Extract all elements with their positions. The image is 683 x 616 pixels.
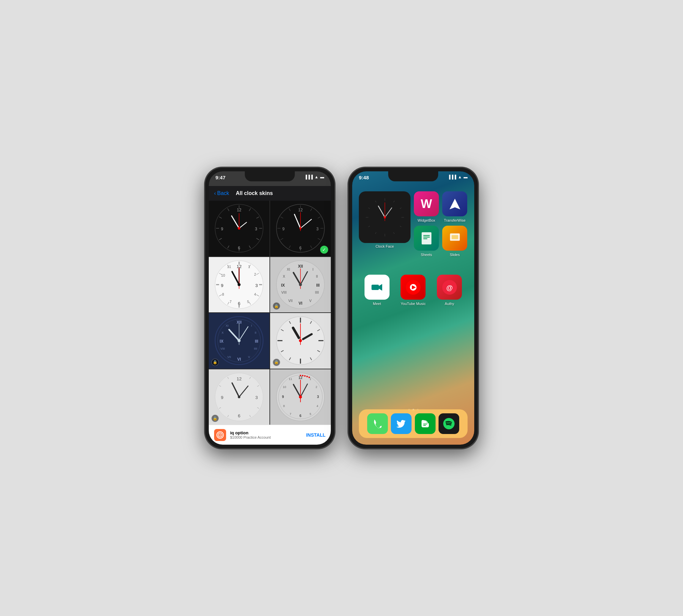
svg-point-87	[299, 283, 302, 286]
app-header: ‹ Back All clock skins	[209, 186, 331, 201]
svg-text:IIII: IIII	[254, 347, 257, 350]
ad-subtitle: $10000 Practice Account	[230, 435, 302, 439]
svg-marker-182	[450, 199, 460, 209]
clock-svg-1: 12 3 6 9	[212, 203, 266, 253]
svg-text:3: 3	[255, 227, 257, 231]
right-apps: W WidgetBox TransferWise	[414, 191, 467, 257]
svg-text:I: I	[313, 268, 314, 271]
svg-text:9: 9	[221, 283, 223, 288]
authy-icon: @	[437, 275, 462, 300]
signal-icon: ▐▐▐	[304, 175, 313, 179]
svg-text:VII: VII	[289, 299, 293, 303]
app-slides[interactable]: Slides	[442, 226, 467, 257]
dock-spotify-icon[interactable]	[439, 413, 459, 434]
app-widgetbox[interactable]: W WidgetBox	[414, 191, 439, 222]
svg-text:6: 6	[299, 414, 301, 418]
svg-text:XI: XI	[226, 324, 229, 327]
iq-option-icon	[216, 431, 224, 439]
clocks-grid: 12 3 6 9	[209, 201, 331, 425]
transferwise-icon	[442, 191, 467, 216]
svg-text:11: 11	[227, 265, 231, 269]
svg-point-181	[384, 216, 386, 218]
dock-phone-icon[interactable]	[367, 413, 388, 434]
svg-text:III: III	[255, 339, 258, 344]
ad-install-button[interactable]: INSTALL	[306, 432, 325, 438]
svg-text:XI: XI	[287, 268, 290, 271]
svg-point-138	[238, 396, 240, 398]
dock-twitter-icon[interactable]	[391, 413, 411, 434]
svg-text:9: 9	[221, 395, 223, 400]
clock-cell-5[interactable]: XII III VI IX I II IIII V VII VIII X XI	[209, 313, 270, 369]
clock-cell-4[interactable]: XII III VI IX I II IIII V VII VIII X XI	[270, 257, 331, 313]
sheets-icon	[414, 226, 439, 251]
yt-music-logo	[406, 280, 421, 295]
ad-text: iq option $10000 Practice Account	[230, 430, 302, 439]
selected-badge: ✓	[320, 246, 328, 254]
svg-text:IIII: IIII	[315, 291, 319, 294]
clock-svg-8: 12 3 6 9 1 2 4 5 7 8 10 11	[273, 372, 328, 422]
clock-cell-3[interactable]: 12 3 6 9 1 2 4 5 7 8 10 11	[209, 257, 270, 313]
app-youtube-music[interactable]: YouTube Music	[401, 275, 426, 306]
sheets-logo	[420, 231, 433, 246]
notch	[245, 171, 295, 181]
svg-text:5: 5	[310, 412, 311, 416]
clock-cell-7[interactable]: 12 3 6 9	[209, 369, 270, 425]
app-authy[interactable]: @ Authy	[437, 275, 462, 306]
svg-text:10: 10	[283, 385, 286, 389]
clock-cell-6[interactable]: 🔒	[270, 313, 331, 369]
svg-text:12: 12	[237, 208, 241, 212]
clock-face-label: Clock Face	[376, 244, 394, 248]
authy-logo: @	[442, 280, 457, 295]
svg-text:12: 12	[298, 208, 303, 212]
notch-2	[388, 171, 438, 181]
svg-rect-188	[452, 235, 458, 239]
ad-icon	[214, 429, 226, 441]
authy-label: Authy	[445, 302, 454, 306]
transferwise-logo	[448, 197, 462, 211]
phone1-screen: 9:47 ▐▐▐ ▲ ▬ ‹ Back All clock skins	[209, 171, 331, 445]
back-label: Back	[217, 190, 229, 196]
clock-cell-1[interactable]: 12 3 6 9	[209, 201, 270, 256]
svg-text:@: @	[446, 284, 453, 291]
svg-text:X: X	[222, 331, 224, 334]
svg-text:9: 9	[282, 227, 285, 231]
phone-icon	[372, 418, 383, 429]
svg-text:V: V	[248, 356, 250, 359]
widgetbox-icon: W	[414, 191, 439, 216]
svg-text:3: 3	[317, 227, 319, 231]
svg-rect-186	[423, 238, 427, 239]
app-meet[interactable]: Meet	[364, 275, 389, 306]
svg-point-105	[237, 339, 240, 342]
svg-text:5: 5	[247, 300, 249, 304]
header-title: All clock skins	[236, 190, 273, 196]
clock-svg-4: XII III VI IX I II IIII V VII VIII X XI	[273, 260, 328, 310]
app-sheets[interactable]: Sheets	[414, 226, 439, 257]
svg-point-41	[299, 227, 301, 229]
svg-text:VIII: VIII	[220, 347, 225, 350]
wifi-icon: ▲	[315, 175, 319, 179]
widgetbox-label: WidgetBox	[418, 218, 435, 222]
svg-text:V: V	[309, 299, 312, 303]
svg-text:1: 1	[248, 265, 250, 269]
app-transferwise[interactable]: TransferWise	[442, 191, 467, 222]
svg-text:8: 8	[283, 404, 285, 408]
svg-text:12: 12	[237, 376, 242, 381]
svg-text:12: 12	[298, 376, 302, 380]
clock-face-widget[interactable]	[359, 191, 410, 243]
svg-text:9: 9	[221, 227, 223, 231]
evernote-icon	[420, 418, 431, 429]
wifi-icon-2: ▲	[458, 175, 462, 179]
second-apps-row: Meet YouTube Music	[359, 275, 468, 306]
clock-cell-2[interactable]: 12 3 6 9 ✓	[270, 201, 331, 256]
clock-cell-8[interactable]: 12 3 6 9 1 2 4 5 7 8 10 11	[270, 369, 331, 425]
clock-svg-7: 12 3 6 9	[212, 372, 266, 422]
svg-text:VII: VII	[228, 356, 231, 359]
dock-evernote-icon[interactable]	[415, 413, 435, 434]
svg-text:3: 3	[317, 395, 319, 399]
svg-text:VI: VI	[237, 357, 241, 362]
back-button[interactable]: ‹ Back	[214, 190, 229, 196]
widget-row: Clock Face W WidgetBox	[359, 191, 468, 257]
youtube-music-label: YouTube Music	[401, 302, 426, 306]
status-icons-2: ▐▐▐ ▲ ▬	[448, 175, 468, 179]
status-time-1: 9:47	[215, 175, 226, 180]
